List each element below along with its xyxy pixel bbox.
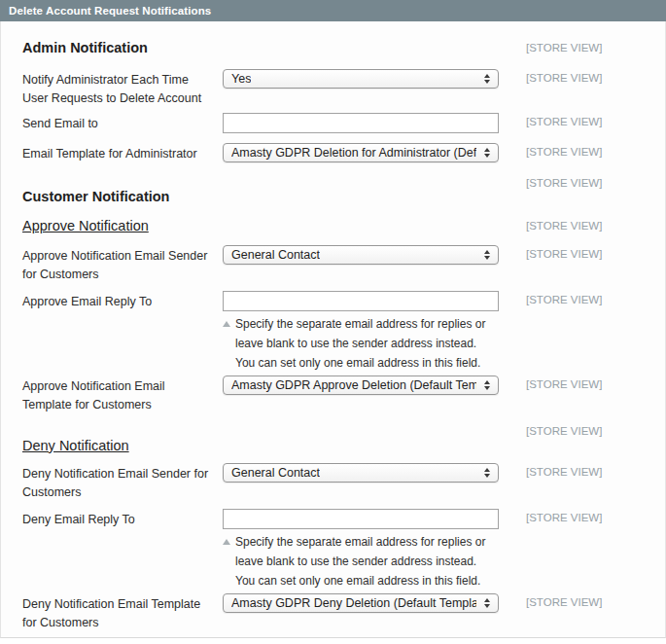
field-row-approve-reply-to: Approve Email Reply To Specify the separ… bbox=[22, 291, 648, 373]
note-text: Specify the separate email address for r… bbox=[235, 314, 509, 353]
notify-admin-field: Yes bbox=[223, 69, 526, 89]
store-view-scope-label: [STORE VIEW] bbox=[526, 245, 602, 260]
approve-template-label: Approve Notification Email Template for … bbox=[22, 376, 217, 414]
approve-reply-to-label: Approve Email Reply To bbox=[22, 291, 217, 311]
store-view-scope-label: [STORE VIEW] bbox=[526, 143, 602, 158]
note-text: Specify the separate email address for r… bbox=[235, 532, 509, 571]
field-row-admin-email-template: Email Template for Administrator Amasty … bbox=[22, 143, 648, 163]
store-view-scope-label: [STORE VIEW] bbox=[526, 463, 602, 478]
store-view-scope-label: [STORE VIEW] bbox=[526, 509, 602, 523]
store-view-scope-label: [STORE VIEW] bbox=[526, 376, 602, 390]
customer-notification-heading: Customer Notification bbox=[22, 189, 526, 204]
deny-notification-heading: Deny Notification bbox=[22, 438, 526, 454]
select-stepper-icon bbox=[484, 148, 490, 158]
admin-email-template-label: Email Template for Administrator bbox=[22, 143, 217, 163]
select-stepper-icon bbox=[484, 468, 490, 478]
select-stepper-icon bbox=[484, 74, 490, 84]
note-text: You can set only one email address in th… bbox=[235, 571, 509, 590]
field-row-send-email-to: Send Email to [STORE VIEW] bbox=[22, 113, 648, 133]
send-email-to-input[interactable] bbox=[223, 113, 499, 133]
field-row-approve-template: Approve Notification Email Template for … bbox=[22, 376, 648, 414]
approve-reply-to-input[interactable] bbox=[223, 291, 499, 311]
notify-admin-label: Notify Administrator Each Time User Requ… bbox=[22, 69, 217, 108]
store-view-scope-label: [STORE VIEW] bbox=[526, 218, 602, 232]
approve-sender-select-value: General Contact bbox=[231, 248, 320, 262]
deny-reply-to-label: Deny Email Reply To bbox=[22, 509, 217, 529]
store-view-scope-label: [STORE VIEW] bbox=[526, 174, 602, 189]
deny-reply-to-input[interactable] bbox=[223, 509, 499, 529]
select-stepper-icon bbox=[484, 380, 490, 390]
deny-sender-label: Deny Notification Email Sender for Custo… bbox=[22, 463, 217, 502]
store-view-scope-label: [STORE VIEW] bbox=[526, 113, 602, 127]
approve-template-select-value: Amasty GDPR Approve Deletion (Default Te… bbox=[231, 378, 476, 392]
select-stepper-icon bbox=[484, 250, 490, 260]
note-triangle-icon bbox=[223, 321, 230, 327]
section-header[interactable]: Delete Account Request Notifications bbox=[0, 0, 666, 21]
approve-sender-field: General Contact bbox=[223, 245, 526, 265]
field-row-approve-sender: Approve Notification Email Sender for Cu… bbox=[22, 245, 648, 284]
scope-only-row: [STORE VIEW] bbox=[22, 174, 648, 189]
approve-notification-heading: Approve Notification bbox=[22, 218, 526, 234]
approve-reply-to-field: Specify the separate email address for r… bbox=[223, 291, 526, 373]
deny-template-select-value: Amasty GDPR Deny Deletion (Default Templ… bbox=[231, 596, 476, 610]
section-title: Delete Account Request Notifications bbox=[9, 5, 211, 17]
approve-notification-heading-row: Approve Notification [STORE VIEW] bbox=[22, 218, 648, 234]
field-row-notify-admin: Notify Administrator Each Time User Requ… bbox=[22, 69, 648, 108]
store-view-scope-label: [STORE VIEW] bbox=[526, 69, 602, 84]
select-stepper-icon bbox=[484, 598, 490, 608]
field-row-deny-template: Deny Notification Email Template for Cus… bbox=[22, 593, 648, 632]
admin-email-template-select[interactable]: Amasty GDPR Deletion for Administrator (… bbox=[223, 143, 499, 162]
admin-notification-heading-row: Admin Notification [STORE VIEW] bbox=[22, 40, 648, 55]
send-email-to-label: Send Email to bbox=[22, 113, 217, 133]
deny-template-label: Deny Notification Email Template for Cus… bbox=[22, 593, 217, 632]
deny-sender-select-value: General Contact bbox=[231, 466, 320, 480]
deny-template-field: Amasty GDPR Deny Deletion (Default Templ… bbox=[223, 593, 526, 613]
approve-template-select[interactable]: Amasty GDPR Approve Deletion (Default Te… bbox=[223, 376, 499, 395]
deny-reply-to-field: Specify the separate email address for r… bbox=[223, 509, 526, 590]
approve-template-field: Amasty GDPR Approve Deletion (Default Te… bbox=[223, 376, 526, 395]
scope-only-row: [STORE VIEW] bbox=[22, 422, 648, 437]
field-row-deny-sender: Deny Notification Email Sender for Custo… bbox=[22, 463, 648, 502]
store-view-scope-label: [STORE VIEW] bbox=[526, 40, 602, 54]
admin-email-template-select-value: Amasty GDPR Deletion for Administrator (… bbox=[231, 146, 476, 160]
note-text: You can set only one email address in th… bbox=[235, 353, 509, 373]
approve-reply-to-note: Specify the separate email address for r… bbox=[223, 314, 509, 373]
deny-sender-field: General Contact bbox=[223, 463, 526, 483]
customer-notification-heading-row: Customer Notification bbox=[22, 189, 648, 204]
deny-notification-heading-row: Deny Notification bbox=[22, 438, 648, 454]
notify-admin-select-value: Yes bbox=[231, 72, 251, 86]
delete-account-request-notifications-panel: Delete Account Request Notifications Adm… bbox=[0, 0, 666, 638]
deny-sender-select[interactable]: General Contact bbox=[223, 463, 499, 483]
store-view-scope-label: [STORE VIEW] bbox=[526, 593, 602, 608]
admin-email-template-field: Amasty GDPR Deletion for Administrator (… bbox=[223, 143, 526, 162]
deny-template-select[interactable]: Amasty GDPR Deny Deletion (Default Templ… bbox=[223, 593, 499, 613]
admin-notification-heading: Admin Notification bbox=[22, 40, 526, 55]
store-view-scope-label: [STORE VIEW] bbox=[526, 422, 602, 437]
field-row-deny-reply-to: Deny Email Reply To Specify the separate… bbox=[22, 509, 648, 590]
deny-reply-to-note: Specify the separate email address for r… bbox=[223, 532, 509, 590]
approve-sender-select[interactable]: General Contact bbox=[223, 245, 499, 265]
send-email-to-field bbox=[223, 113, 526, 133]
approve-sender-label: Approve Notification Email Sender for Cu… bbox=[22, 245, 217, 284]
notify-admin-select[interactable]: Yes bbox=[223, 69, 499, 89]
store-view-scope-label: [STORE VIEW] bbox=[526, 291, 602, 305]
section-body: Admin Notification [STORE VIEW] Notify A… bbox=[0, 21, 666, 638]
note-triangle-icon bbox=[223, 539, 230, 545]
